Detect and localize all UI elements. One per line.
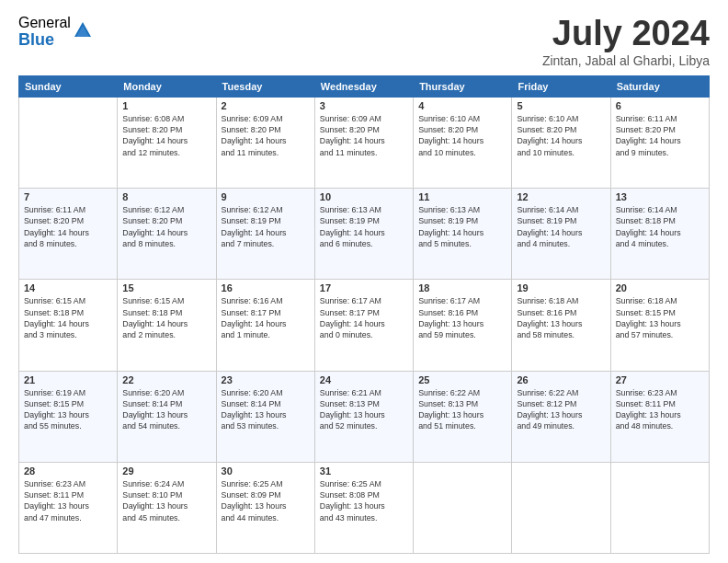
logo: General Blue: [18, 15, 93, 49]
calendar-cell: 18Sunrise: 6:17 AM Sunset: 8:16 PM Dayli…: [414, 280, 512, 371]
day-number: 21: [24, 374, 112, 385]
calendar-header-thursday: Thursday: [414, 75, 512, 97]
day-number: 13: [616, 191, 704, 202]
day-info: Sunrise: 6:13 AM Sunset: 8:19 PM Dayligh…: [320, 204, 408, 249]
logo-text: General Blue: [18, 15, 71, 49]
day-info: Sunrise: 6:20 AM Sunset: 8:14 PM Dayligh…: [222, 387, 310, 432]
calendar-cell: 1Sunrise: 6:08 AM Sunset: 8:20 PM Daylig…: [118, 97, 216, 188]
day-info: Sunrise: 6:23 AM Sunset: 8:11 PM Dayligh…: [616, 387, 704, 432]
day-number: 23: [222, 374, 310, 385]
day-info: Sunrise: 6:17 AM Sunset: 8:16 PM Dayligh…: [418, 295, 506, 340]
calendar-cell: 13Sunrise: 6:14 AM Sunset: 8:18 PM Dayli…: [610, 189, 709, 280]
calendar-header-friday: Friday: [512, 75, 610, 97]
day-info: Sunrise: 6:10 AM Sunset: 8:20 PM Dayligh…: [418, 113, 506, 158]
day-number: 27: [616, 374, 704, 385]
calendar-cell: 17Sunrise: 6:17 AM Sunset: 8:17 PM Dayli…: [314, 280, 413, 371]
day-info: Sunrise: 6:17 AM Sunset: 8:17 PM Dayligh…: [320, 295, 408, 340]
day-number: 25: [418, 374, 506, 385]
calendar-cell: 11Sunrise: 6:13 AM Sunset: 8:19 PM Dayli…: [414, 189, 512, 280]
location: Zintan, Jabal al Gharbi, Libya: [542, 53, 710, 68]
day-number: 26: [517, 374, 605, 385]
calendar-cell: 2Sunrise: 6:09 AM Sunset: 8:20 PM Daylig…: [216, 97, 314, 188]
day-info: Sunrise: 6:23 AM Sunset: 8:11 PM Dayligh…: [24, 478, 112, 523]
calendar-cell: 10Sunrise: 6:13 AM Sunset: 8:19 PM Dayli…: [314, 189, 413, 280]
calendar-week-2: 7Sunrise: 6:11 AM Sunset: 8:20 PM Daylig…: [19, 189, 710, 280]
day-info: Sunrise: 6:24 AM Sunset: 8:10 PM Dayligh…: [122, 478, 210, 523]
day-info: Sunrise: 6:15 AM Sunset: 8:18 PM Dayligh…: [24, 295, 112, 340]
calendar-cell: 9Sunrise: 6:12 AM Sunset: 8:19 PM Daylig…: [216, 189, 314, 280]
day-number: 8: [122, 191, 210, 202]
day-number: 18: [418, 282, 506, 293]
day-info: Sunrise: 6:19 AM Sunset: 8:15 PM Dayligh…: [24, 387, 112, 432]
calendar-cell: 26Sunrise: 6:22 AM Sunset: 8:12 PM Dayli…: [512, 371, 610, 462]
calendar-week-1: 1Sunrise: 6:08 AM Sunset: 8:20 PM Daylig…: [19, 97, 710, 188]
calendar-week-4: 21Sunrise: 6:19 AM Sunset: 8:15 PM Dayli…: [19, 371, 710, 462]
calendar-cell: 7Sunrise: 6:11 AM Sunset: 8:20 PM Daylig…: [19, 189, 118, 280]
day-info: Sunrise: 6:11 AM Sunset: 8:20 PM Dayligh…: [616, 113, 704, 158]
day-info: Sunrise: 6:15 AM Sunset: 8:18 PM Dayligh…: [122, 295, 210, 340]
day-info: Sunrise: 6:12 AM Sunset: 8:20 PM Dayligh…: [122, 204, 210, 249]
day-number: 22: [122, 374, 210, 385]
day-info: Sunrise: 6:22 AM Sunset: 8:13 PM Dayligh…: [418, 387, 506, 432]
calendar-header-monday: Monday: [118, 75, 216, 97]
calendar-cell: 28Sunrise: 6:23 AM Sunset: 8:11 PM Dayli…: [19, 462, 118, 553]
calendar-cell: 22Sunrise: 6:20 AM Sunset: 8:14 PM Dayli…: [118, 371, 216, 462]
day-number: 29: [122, 465, 210, 477]
day-info: Sunrise: 6:20 AM Sunset: 8:14 PM Dayligh…: [122, 387, 210, 432]
calendar-cell: 3Sunrise: 6:09 AM Sunset: 8:20 PM Daylig…: [314, 97, 413, 188]
calendar-cell: 25Sunrise: 6:22 AM Sunset: 8:13 PM Dayli…: [414, 371, 512, 462]
calendar-cell: 27Sunrise: 6:23 AM Sunset: 8:11 PM Dayli…: [610, 371, 709, 462]
calendar-cell: [610, 462, 709, 553]
day-info: Sunrise: 6:18 AM Sunset: 8:16 PM Dayligh…: [517, 295, 605, 340]
calendar-cell: [414, 462, 512, 553]
day-number: 16: [222, 282, 310, 293]
calendar-cell: 30Sunrise: 6:25 AM Sunset: 8:09 PM Dayli…: [216, 462, 314, 553]
title-section: July 2024 Zintan, Jabal al Gharbi, Libya: [542, 15, 710, 68]
day-number: 9: [222, 191, 310, 202]
calendar-cell: 5Sunrise: 6:10 AM Sunset: 8:20 PM Daylig…: [512, 97, 610, 188]
day-number: 5: [517, 100, 605, 111]
header: General Blue July 2024 Zintan, Jabal al …: [18, 15, 710, 68]
calendar-cell: 15Sunrise: 6:15 AM Sunset: 8:18 PM Dayli…: [118, 280, 216, 371]
calendar-cell: 6Sunrise: 6:11 AM Sunset: 8:20 PM Daylig…: [610, 97, 709, 188]
calendar-cell: 29Sunrise: 6:24 AM Sunset: 8:10 PM Dayli…: [118, 462, 216, 553]
calendar-header-tuesday: Tuesday: [216, 75, 314, 97]
day-number: 10: [320, 191, 408, 202]
calendar-cell: 14Sunrise: 6:15 AM Sunset: 8:18 PM Dayli…: [19, 280, 118, 371]
calendar-cell: 24Sunrise: 6:21 AM Sunset: 8:13 PM Dayli…: [314, 371, 413, 462]
calendar-cell: 20Sunrise: 6:18 AM Sunset: 8:15 PM Dayli…: [610, 280, 709, 371]
day-number: 14: [24, 282, 112, 293]
calendar-header-saturday: Saturday: [610, 75, 709, 97]
day-info: Sunrise: 6:16 AM Sunset: 8:17 PM Dayligh…: [222, 295, 310, 340]
calendar-cell: 4Sunrise: 6:10 AM Sunset: 8:20 PM Daylig…: [414, 97, 512, 188]
day-number: 12: [517, 191, 605, 202]
day-info: Sunrise: 6:09 AM Sunset: 8:20 PM Dayligh…: [222, 113, 310, 158]
calendar-cell: 12Sunrise: 6:14 AM Sunset: 8:19 PM Dayli…: [512, 189, 610, 280]
page: General Blue July 2024 Zintan, Jabal al …: [0, 0, 728, 563]
day-info: Sunrise: 6:14 AM Sunset: 8:18 PM Dayligh…: [616, 204, 704, 249]
day-number: 28: [24, 465, 112, 477]
day-number: 30: [222, 465, 310, 477]
day-info: Sunrise: 6:21 AM Sunset: 8:13 PM Dayligh…: [320, 387, 408, 432]
calendar-header-row: SundayMondayTuesdayWednesdayThursdayFrid…: [19, 75, 710, 97]
calendar-cell: 8Sunrise: 6:12 AM Sunset: 8:20 PM Daylig…: [118, 189, 216, 280]
day-number: 11: [418, 191, 506, 202]
calendar-cell: [19, 97, 118, 188]
day-info: Sunrise: 6:10 AM Sunset: 8:20 PM Dayligh…: [517, 113, 605, 158]
logo-general: General: [18, 15, 71, 31]
calendar-cell: 19Sunrise: 6:18 AM Sunset: 8:16 PM Dayli…: [512, 280, 610, 371]
day-number: 20: [616, 282, 704, 293]
day-info: Sunrise: 6:08 AM Sunset: 8:20 PM Dayligh…: [122, 113, 210, 158]
month-title: July 2024: [542, 15, 710, 53]
day-info: Sunrise: 6:22 AM Sunset: 8:12 PM Dayligh…: [517, 387, 605, 432]
day-number: 24: [320, 374, 408, 385]
calendar-table: SundayMondayTuesdayWednesdayThursdayFrid…: [18, 75, 710, 554]
day-number: 19: [517, 282, 605, 293]
day-number: 4: [418, 100, 506, 111]
day-info: Sunrise: 6:13 AM Sunset: 8:19 PM Dayligh…: [418, 204, 506, 249]
day-number: 6: [616, 100, 704, 111]
day-info: Sunrise: 6:09 AM Sunset: 8:20 PM Dayligh…: [320, 113, 408, 158]
calendar-cell: 23Sunrise: 6:20 AM Sunset: 8:14 PM Dayli…: [216, 371, 314, 462]
calendar-week-5: 28Sunrise: 6:23 AM Sunset: 8:11 PM Dayli…: [19, 462, 710, 553]
calendar-header-wednesday: Wednesday: [314, 75, 413, 97]
